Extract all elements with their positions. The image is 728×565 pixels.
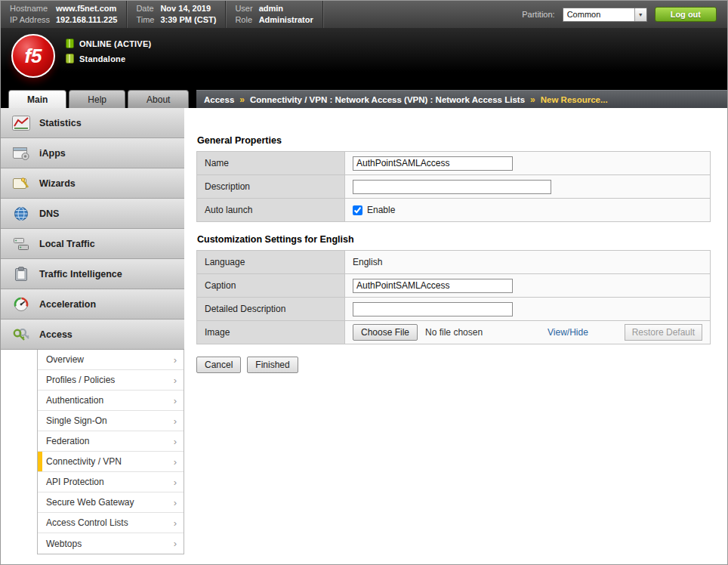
submenu-item-overview[interactable]: Overview › <box>38 350 184 370</box>
general-properties-table: Name Description Auto launch Enable <box>196 151 711 222</box>
chevron-right-icon: › <box>174 457 177 467</box>
table-row: Description <box>197 175 711 199</box>
sidebar-item-statistics[interactable]: Statistics <box>1 108 184 138</box>
detailed-description-input[interactable] <box>353 302 513 316</box>
sidebar-item-traffic-intelligence[interactable]: Traffic Intelligence <box>1 259 184 289</box>
sidebar-item-acceleration[interactable]: Acceleration <box>1 289 184 320</box>
breadcrumb: Access » Connectivity / VPN : Network Ac… <box>196 90 727 108</box>
description-input[interactable] <box>353 180 551 194</box>
chevron-right-icon: › <box>174 518 177 528</box>
hostname-value: www.f5net.com <box>56 3 117 14</box>
enable-label: Enable <box>367 205 395 215</box>
table-row: Language English <box>197 251 711 274</box>
sidebar-item-wizards[interactable]: Wizards <box>1 168 184 199</box>
partition-select[interactable]: Common ▼ <box>563 8 647 22</box>
auto-launch-label: Auto launch <box>197 199 345 222</box>
nav-tabs: Main Help About <box>8 90 189 108</box>
tab-help[interactable]: Help <box>69 90 125 108</box>
table-row: Caption <box>197 274 711 298</box>
auto-launch-checkbox[interactable] <box>353 205 362 215</box>
submenu-item-federation[interactable]: Federation › <box>38 431 184 452</box>
no-file-chosen-text: No file chosen <box>425 327 483 338</box>
tab-main[interactable]: Main <box>8 90 66 108</box>
language-value: English <box>345 251 711 274</box>
breadcrumb-separator-icon: » <box>530 94 535 105</box>
online-status-line: ONLINE (ACTIVE) <box>66 39 151 48</box>
image-label: Image <box>197 321 345 344</box>
caption-input[interactable] <box>353 279 513 293</box>
sidebar-item-label: Wizards <box>39 178 76 189</box>
brand-area: f5 ONLINE (ACTIVE) Standalone <box>1 28 727 78</box>
sidebar-item-access[interactable]: Access <box>1 320 184 350</box>
sidebar-item-iapps[interactable]: iApps <box>1 138 184 168</box>
restore-default-button[interactable]: Restore Default <box>625 324 702 341</box>
cancel-button[interactable]: Cancel <box>196 357 241 373</box>
sidebar-item-local-traffic[interactable]: Local Traffic <box>1 229 184 259</box>
partition-label: Partition: <box>522 10 554 19</box>
access-icon <box>11 327 31 342</box>
submenu-item-label: Secure Web Gateway <box>46 497 134 508</box>
dropdown-arrow-icon: ▼ <box>634 8 646 21</box>
online-status-text: ONLINE (ACTIVE) <box>79 39 151 48</box>
dns-icon <box>11 206 31 221</box>
submenu-item-connectivity-vpn[interactable]: Connectivity / VPN › <box>38 452 184 472</box>
date-label: Date <box>136 3 154 14</box>
submenu-item-api-protection[interactable]: API Protection › <box>38 472 184 492</box>
language-label: Language <box>197 251 345 274</box>
user-value: admin <box>259 3 313 14</box>
host-info-group: Hostname www.f5net.com IP Address 192.16… <box>1 1 127 28</box>
hostname-label: Hostname <box>10 3 50 14</box>
role-value: Administrator <box>259 14 313 26</box>
submenu-item-secure-web-gateway[interactable]: Secure Web Gateway › <box>38 492 184 513</box>
user-info-group: User admin Role Administrator <box>226 1 322 28</box>
brand-header: f5 ONLINE (ACTIVE) Standalone Main Help … <box>1 28 727 108</box>
submenu-item-label: Profiles / Policies <box>46 375 115 385</box>
main-content: General Properties Name Description Auto… <box>184 108 727 564</box>
choose-file-button[interactable]: Choose File <box>353 324 418 341</box>
iapps-icon <box>11 146 31 161</box>
datetime-info-group: Date Nov 14, 2019 Time 3:39 PM (CST) <box>127 1 226 28</box>
acceleration-icon <box>11 297 31 312</box>
traffic-intelligence-icon <box>11 267 31 282</box>
chevron-right-icon: › <box>174 498 177 508</box>
device-status: ONLINE (ACTIVE) Standalone <box>66 34 151 63</box>
table-row: Name <box>197 152 711 175</box>
submenu-item-access-control-lists[interactable]: Access Control Lists › <box>38 513 184 533</box>
logout-button[interactable]: Log out <box>655 7 717 22</box>
submenu-item-label: Overview <box>46 354 84 365</box>
breadcrumb-section[interactable]: Access <box>204 95 234 104</box>
name-input[interactable] <box>353 156 513 171</box>
chevron-right-icon: › <box>174 437 177 446</box>
topbar-right: Partition: Common ▼ Log out <box>522 1 727 28</box>
breadcrumb-path[interactable]: Connectivity / VPN : Network Access (VPN… <box>250 95 525 104</box>
tab-about[interactable]: About <box>128 90 189 108</box>
sidebar-item-label: Traffic Intelligence <box>39 269 122 279</box>
statistics-icon <box>11 116 31 131</box>
submenu-item-webtops[interactable]: Webtops › <box>38 533 184 554</box>
table-row: Image Choose File No file chosen View/Hi… <box>197 321 711 344</box>
view-hide-link[interactable]: View/Hide <box>548 327 588 338</box>
customization-settings-table: Language English Caption Detailed Descri… <box>196 250 711 344</box>
time-value: 3:39 PM (CST) <box>160 14 216 26</box>
sidebar-item-dns[interactable]: DNS <box>1 199 184 229</box>
table-row: Detailed Description <box>197 298 711 321</box>
name-label: Name <box>197 152 345 175</box>
sidebar-item-label: Local Traffic <box>39 239 95 249</box>
user-label: User <box>235 3 252 14</box>
chevron-right-icon: › <box>174 375 177 385</box>
sidebar-item-label: Access <box>39 329 72 340</box>
submenu-item-profiles-policies[interactable]: Profiles / Policies › <box>38 370 184 391</box>
submenu-item-label: Authentication <box>46 395 103 406</box>
submenu-item-single-sign-on[interactable]: Single Sign-On › <box>38 411 184 431</box>
standalone-status-icon <box>66 54 74 63</box>
ip-value: 192.168.111.225 <box>56 14 117 26</box>
chevron-right-icon: › <box>174 416 177 426</box>
sidebar: Statistics iApps Wizards DNS Local Traff <box>1 108 184 564</box>
f5-logo: f5 <box>11 34 55 78</box>
date-value: Nov 14, 2019 <box>160 3 216 14</box>
finished-button[interactable]: Finished <box>247 357 298 373</box>
role-label: Role <box>235 14 252 26</box>
submenu-item-authentication[interactable]: Authentication › <box>38 391 184 411</box>
submenu-item-label: Webtops <box>46 539 82 549</box>
sidebar-item-label: Statistics <box>39 118 82 128</box>
